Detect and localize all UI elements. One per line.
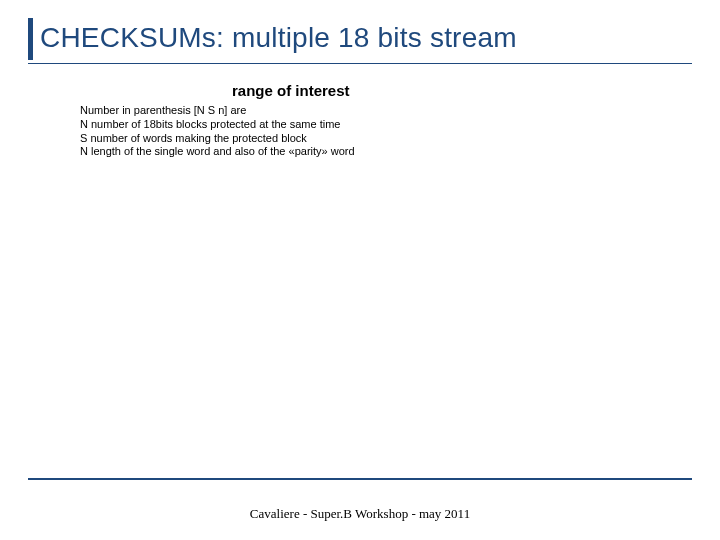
body-line-1: Number in parenthesis [N S n] are <box>80 104 355 118</box>
body-line-4: N length of the single word and also of … <box>80 145 355 159</box>
body-line-3: S number of words making the protected b… <box>80 132 355 146</box>
subtitle: range of interest <box>232 82 350 99</box>
title-accent-bar <box>28 18 33 60</box>
body-line-2: N number of 18bits blocks protected at t… <box>80 118 355 132</box>
body-text: Number in parenthesis [N S n] are N numb… <box>80 104 355 159</box>
slide: CHECKSUMs: multiple 18 bits stream range… <box>0 0 720 540</box>
footer-text: Cavaliere - Super.B Workshop - may 2011 <box>0 506 720 522</box>
page-title: CHECKSUMs: multiple 18 bits stream <box>28 18 692 62</box>
bottom-rule <box>28 478 692 480</box>
title-block: CHECKSUMs: multiple 18 bits stream <box>28 18 692 62</box>
title-underline <box>28 63 692 64</box>
